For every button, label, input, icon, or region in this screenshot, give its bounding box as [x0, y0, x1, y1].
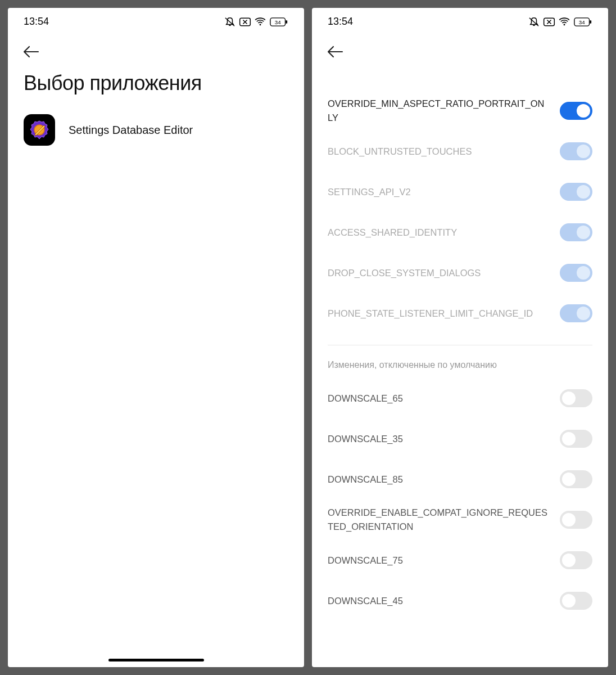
phone-right: 13:54 34 OVERRIDE_MIN_ASPECT_RATIO_PORTR…	[312, 8, 608, 667]
arrow-left-icon	[327, 45, 343, 58]
setting-row[interactable]: OVERRIDE_MIN_ASPECT_RATIO_PORTRAIT_ONLY	[328, 91, 592, 131]
back-row	[312, 33, 608, 68]
setting-label: DOWNSCALE_45	[328, 594, 549, 608]
toggle[interactable]	[560, 102, 592, 120]
section-header: Изменения, отключенные по умолчанию	[328, 360, 592, 378]
setting-label: BLOCK_UNTRUSTED_TOUCHES	[328, 145, 549, 159]
setting-row[interactable]: DROP_CLOSE_SYSTEM_DIALOGS	[328, 253, 592, 293]
status-time: 13:54	[328, 16, 353, 28]
toggle[interactable]	[560, 183, 592, 201]
toggle[interactable]	[560, 592, 592, 610]
divider	[328, 345, 592, 345]
wifi-icon	[559, 17, 570, 26]
setting-label: DOWNSCALE_65	[328, 392, 549, 406]
setting-row[interactable]: PHONE_STATE_LISTENER_LIMIT_CHANGE_ID	[328, 293, 592, 334]
toggle[interactable]	[560, 304, 592, 322]
svg-point-7	[564, 24, 565, 25]
no-sim-icon	[239, 17, 251, 26]
back-button[interactable]	[323, 40, 347, 64]
app-label: Settings Database Editor	[69, 124, 193, 137]
vibrate-icon	[224, 17, 235, 27]
page-title: Выбор приложения	[8, 68, 304, 109]
setting-row[interactable]: DOWNSCALE_65	[328, 378, 592, 418]
toggle[interactable]	[560, 389, 592, 407]
setting-label: PHONE_STATE_LISTENER_LIMIT_CHANGE_ID	[328, 307, 549, 321]
svg-text:34: 34	[579, 19, 585, 25]
setting-label: OVERRIDE_ENABLE_COMPAT_IGNORE_REQUESTED_…	[328, 506, 549, 534]
setting-label: DOWNSCALE_85	[328, 472, 549, 487]
vibrate-icon	[528, 17, 540, 27]
svg-rect-3	[286, 20, 287, 23]
setting-label: DROP_CLOSE_SYSTEM_DIALOGS	[328, 266, 549, 280]
setting-label: DOWNSCALE_35	[328, 432, 549, 446]
setting-row[interactable]: BLOCK_UNTRUSTED_TOUCHES	[328, 131, 592, 172]
toggle[interactable]	[560, 142, 592, 160]
settings-list: OVERRIDE_MIN_ASPECT_RATIO_PORTRAIT_ONLY …	[312, 68, 608, 621]
toggle[interactable]	[560, 430, 592, 448]
svg-text:34: 34	[275, 19, 281, 25]
setting-label: OVERRIDE_MIN_ASPECT_RATIO_PORTRAIT_ONLY	[328, 97, 549, 125]
setting-row[interactable]: SETTINGS_API_V2	[328, 172, 592, 212]
setting-row[interactable]: DOWNSCALE_35	[328, 418, 592, 459]
app-list-item[interactable]: Settings Database Editor	[8, 109, 304, 151]
toggle[interactable]	[560, 223, 592, 241]
svg-point-1	[260, 24, 261, 25]
setting-row[interactable]: DOWNSCALE_85	[328, 459, 592, 500]
status-icons: 34	[224, 17, 288, 27]
battery-icon: 34	[573, 17, 592, 26]
back-button[interactable]	[19, 40, 43, 64]
toggle[interactable]	[560, 551, 592, 569]
arrow-left-icon	[22, 45, 39, 58]
setting-row[interactable]: DOWNSCALE_45	[328, 580, 592, 621]
toggle[interactable]	[560, 511, 592, 529]
setting-row[interactable]: OVERRIDE_ENABLE_COMPAT_IGNORE_REQUESTED_…	[328, 500, 592, 540]
svg-rect-9	[590, 20, 591, 23]
status-icons: 34	[528, 17, 592, 27]
setting-label: ACCESS_SHARED_IDENTITY	[328, 226, 549, 240]
app-icon	[24, 114, 55, 146]
setting-row[interactable]: DOWNSCALE_75	[328, 540, 592, 580]
setting-row[interactable]: ACCESS_SHARED_IDENTITY	[328, 212, 592, 253]
back-row	[8, 33, 304, 68]
battery-icon: 34	[269, 17, 288, 26]
wifi-icon	[255, 17, 266, 26]
no-sim-icon	[543, 17, 555, 26]
status-bar: 13:54 34	[312, 8, 608, 33]
home-indicator[interactable]	[108, 659, 204, 662]
setting-label: SETTINGS_API_V2	[328, 185, 549, 199]
toggle[interactable]	[560, 264, 592, 282]
toggle[interactable]	[560, 470, 592, 488]
status-time: 13:54	[24, 16, 49, 28]
setting-label: DOWNSCALE_75	[328, 554, 549, 568]
phone-left: 13:54 34 Выбор приложения	[8, 8, 304, 667]
status-bar: 13:54 34	[8, 8, 304, 33]
